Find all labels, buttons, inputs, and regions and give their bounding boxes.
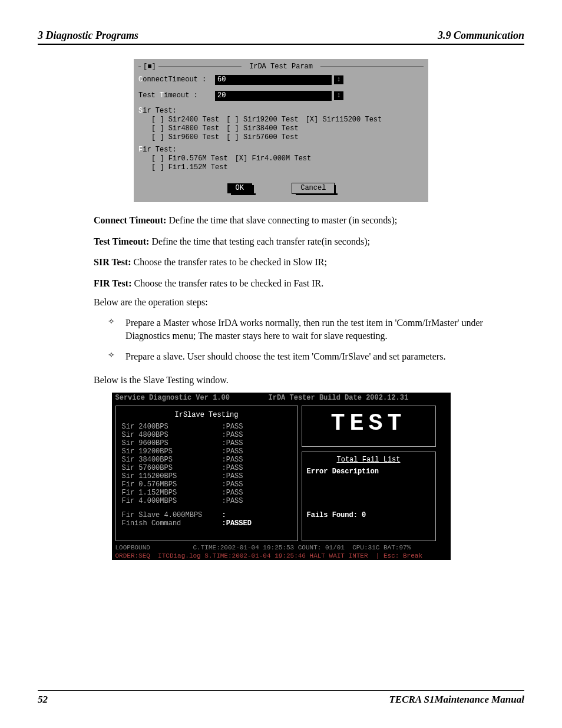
sir-test-desc: SIR Test: Choose the transfer rates to b… — [94, 256, 524, 269]
sir-4800-checkbox[interactable]: [ ] Sir4800 Test — [151, 124, 219, 133]
test-timeout-desc: Test Timeout: Define the time that testi… — [94, 235, 524, 248]
sir-2400-checkbox[interactable]: [ ] Sir2400 Test — [151, 116, 219, 124]
result-row: Sir 9600BPS:PASS — [122, 439, 292, 447]
fails-found-count: Fails Found: 0 — [307, 511, 431, 519]
result-value: :PASSED — [222, 519, 252, 528]
result-row: Fir Slave 4.000MBPS: — [122, 511, 292, 519]
header-left: 3 Diagnostic Programs — [38, 28, 138, 42]
fir-checkbox-area: [ ] Fir0.576M Test [X] Fir4.000M Test [ … — [138, 154, 424, 172]
fail-list-title: Total Fail List — [307, 456, 431, 464]
result-value: :PASS — [222, 464, 243, 472]
result-label: Sir 115200BPS — [122, 472, 222, 480]
page-number: 52 — [38, 693, 48, 707]
result-label: Sir 2400BPS — [122, 423, 222, 431]
fir-0576m-checkbox[interactable]: [ ] Fir0.576M Test — [151, 154, 228, 163]
result-label: Sir 57600BPS — [122, 464, 222, 472]
window-title-left: Service Diagnostic Ver 1.00 — [115, 394, 269, 402]
result-row: Sir 19200BPS:PASS — [122, 447, 292, 456]
result-row: Fir 1.152MBPS:PASS — [122, 489, 292, 497]
connect-timeout-desc: Connect Timeout: Define the time that sl… — [94, 214, 524, 227]
result-label: Sir 9600BPS — [122, 439, 222, 447]
connect-timeout-spinner[interactable]: ↕ — [334, 75, 343, 84]
sir-57600-checkbox[interactable]: [ ] Sir57600 Test — [226, 133, 298, 142]
result-label: Finish Command — [122, 519, 222, 528]
slave-window-intro: Below is the Slave Testing window. — [94, 374, 524, 387]
sir-test-title: Sir Test: — [138, 107, 424, 116]
ok-button[interactable]: OK — [227, 183, 252, 193]
sir-19200-checkbox[interactable]: [ ] Sir19200 Test — [226, 116, 298, 124]
cancel-button[interactable]: Cancel — [292, 183, 335, 194]
fir-4000m-checkbox[interactable]: [X] Fir4.000M Test — [235, 154, 312, 163]
operation-steps-list: ✧ Prepare a Master whose IrDA works norm… — [94, 317, 524, 363]
list-item: ✧ Prepare a Master whose IrDA works norm… — [94, 317, 524, 342]
result-value: : — [222, 511, 226, 519]
right-panels: TEST Total Fail List Error Description F… — [302, 406, 436, 541]
test-timeout-spinner[interactable]: ↕ — [334, 91, 343, 100]
result-label: Sir 19200BPS — [122, 447, 222, 456]
status-bar-1: LOOPBOUND C.TIME:2002-01-04 19:25:53 COU… — [112, 543, 451, 552]
result-row: Sir 4800BPS:PASS — [122, 431, 292, 439]
result-row: Fir 0.576MBPS:PASS — [122, 480, 292, 489]
dialog-close-glyph[interactable]: [■] — [141, 62, 158, 71]
fail-list-header: Error Description — [307, 467, 431, 476]
result-label: Sir 4800BPS — [122, 431, 222, 439]
sir-checkbox-area: [ ] Sir2400 Test [ ] Sir19200 Test [X] S… — [138, 116, 424, 142]
diamond-bullet-icon: ✧ — [108, 350, 125, 363]
result-row: Sir 38400BPS:PASS — [122, 456, 292, 464]
fir-test-title: Fir Test: — [138, 146, 424, 154]
list-item: ✧ Prepare a slave. User should choose th… — [94, 350, 524, 363]
result-value: :PASS — [222, 480, 243, 489]
results-panel-title: IrSlave Testing — [122, 411, 292, 419]
test-timeout-row: Test Timeout : 20 ↕ — [138, 91, 424, 101]
test-timeout-label: Test Timeout : — [138, 91, 215, 100]
result-value: :PASS — [222, 431, 243, 439]
result-value: :PASS — [222, 497, 243, 505]
diamond-bullet-icon: ✧ — [108, 317, 125, 342]
connect-timeout-label: ConnectTimeout : — [138, 75, 215, 84]
sir-115200-checkbox[interactable]: [X] Sir115200 Test — [306, 116, 382, 124]
window-title-right: IrDA Tester Build Date 2002.12.31 — [269, 394, 409, 402]
dialog-title: IrDA Test Param — [242, 62, 320, 71]
op-step-1: Prepare a Master whose IrDA works normal… — [125, 317, 524, 342]
manual-title: TECRA S1Maintenance Manual — [389, 693, 524, 707]
result-label: Fir 0.576MBPS — [122, 480, 222, 489]
result-label: Fir 1.152MBPS — [122, 489, 222, 497]
page-footer: 52 TECRA S1Maintenance Manual — [38, 690, 524, 707]
fir-test-desc: FIR Test: Choose the transfer rates to b… — [94, 277, 524, 290]
test-indicator: TEST — [307, 410, 431, 438]
result-row: Sir 2400BPS:PASS — [122, 423, 292, 431]
result-row: Sir 115200BPS:PASS — [122, 472, 292, 480]
result-row: Finish Command:PASSED — [122, 519, 292, 528]
result-label: Fir Slave 4.000MBPS — [122, 511, 222, 519]
test-indicator-panel: TEST — [302, 406, 436, 447]
param-descriptions: Connect Timeout: Define the time that sl… — [38, 214, 524, 289]
result-value: :PASS — [222, 456, 243, 464]
result-row: Fir 4.000MBPS:PASS — [122, 497, 292, 505]
result-row: Sir 57600BPS:PASS — [122, 464, 292, 472]
connect-timeout-row: ConnectTimeout : 60 ↕ — [138, 75, 424, 85]
status-bar-2: ORDER:SEQ ITCDiag.log S.TIME:2002-01-04 … — [112, 552, 451, 560]
page-header: 3 Diagnostic Programs 3.9 Communication — [38, 28, 524, 45]
result-label: Sir 38400BPS — [122, 456, 222, 464]
operation-steps-intro: Below are the operation steps: — [94, 296, 524, 309]
sir-9600-checkbox[interactable]: [ ] Sir9600 Test — [151, 133, 219, 142]
connect-timeout-input[interactable]: 60 — [215, 75, 332, 85]
result-value: :PASS — [222, 489, 243, 497]
results-panel: IrSlave Testing Sir 2400BPS:PASSSir 4800… — [115, 406, 298, 541]
result-value: :PASS — [222, 439, 243, 447]
result-value: :PASS — [222, 423, 243, 431]
irslave-testing-window: Service Diagnostic Ver 1.00 IrDA Tester … — [112, 393, 451, 560]
fir-1152m-checkbox[interactable]: [ ] Fir1.152M Test — [151, 163, 228, 172]
result-label: Fir 4.000MBPS — [122, 497, 222, 505]
test-timeout-input[interactable]: 20 — [215, 91, 332, 101]
header-right: 3.9 Communication — [438, 28, 524, 42]
result-value: :PASS — [222, 447, 243, 456]
sir-38400-checkbox[interactable]: [ ] Sir38400 Test — [226, 124, 298, 133]
irda-param-dialog: [■] IrDA Test Param ConnectTimeout : 60 … — [134, 59, 428, 202]
result-value: :PASS — [222, 472, 243, 480]
op-step-2: Prepare a slave. User should choose the … — [125, 350, 524, 363]
fail-list-panel: Total Fail List Error Description Fails … — [302, 452, 436, 541]
